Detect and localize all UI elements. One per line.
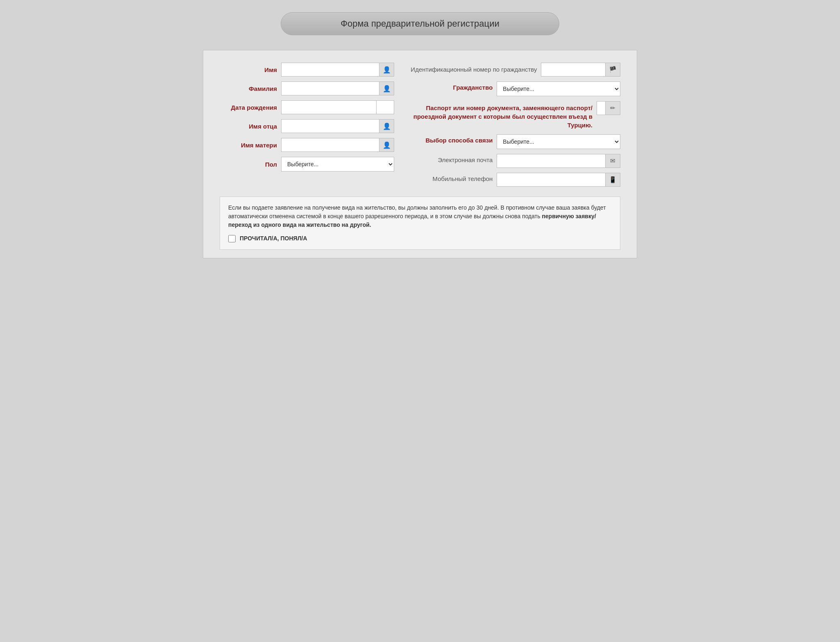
mother-input[interactable] [281, 138, 379, 152]
mother-field-row: Имя матери 👤 [220, 138, 394, 152]
contact-method-label: Выбор способа связи [411, 134, 493, 144]
citizenship-label: Гражданство [411, 81, 493, 91]
phone-input-group: 📱 [497, 173, 620, 187]
right-column: Идентификационный номер по гражданству 🏴… [411, 63, 620, 187]
acknowledge-row: ПРОЧИТАЛ/А, ПОНЯЛ/А [228, 234, 612, 243]
name-input[interactable] [281, 63, 379, 77]
email-input[interactable] [497, 154, 606, 168]
acknowledge-label[interactable]: ПРОЧИТАЛ/А, ПОНЯЛ/А [240, 234, 307, 243]
name-field-row: Имя 👤 [220, 63, 394, 77]
surname-input[interactable] [281, 81, 379, 95]
person-icon-father: 👤 [379, 119, 394, 133]
gender-field-row: Пол Выберите... Мужской Женский [220, 157, 394, 172]
pencil-icon: ✏ [606, 101, 620, 115]
dob-input[interactable] [281, 100, 376, 114]
passport-field-row: Паспорт или номер документа, заменяющего… [411, 101, 620, 129]
surname-label: Фамилия [220, 85, 277, 92]
dob-small-input[interactable] [376, 100, 394, 114]
mother-input-group: 👤 [281, 138, 394, 152]
page-title: Форма предварительной регистрации [281, 12, 559, 35]
person-icon-mother: 👤 [379, 138, 394, 152]
acknowledge-checkbox[interactable] [228, 235, 236, 242]
name-label: Имя [220, 66, 277, 73]
contact-method-input-group: Выберите... [497, 134, 620, 149]
id-number-input-group: 🏴 [541, 63, 620, 77]
surname-input-group: 👤 [281, 81, 394, 95]
contact-method-select[interactable]: Выберите... [497, 134, 620, 149]
passport-input[interactable] [597, 101, 606, 115]
mother-label: Имя матери [220, 142, 277, 149]
dob-input-group [281, 100, 394, 114]
father-field-row: Имя отца 👤 [220, 119, 394, 133]
father-input-group: 👤 [281, 119, 394, 133]
citizenship-input-group: Выберите... [497, 81, 620, 96]
id-number-label: Идентификационный номер по гражданству [411, 63, 537, 74]
notice-text-content: Если вы подаете заявление на получение в… [228, 204, 606, 228]
notice-text: Если вы подаете заявление на получение в… [228, 203, 612, 229]
citizenship-select[interactable]: Выберите... [497, 81, 620, 96]
id-number-field-row: Идентификационный номер по гражданству 🏴 [411, 63, 620, 77]
phone-field-row: Мобильный телефон 📱 [411, 173, 620, 187]
person-icon: 👤 [379, 63, 394, 77]
phone-label: Мобильный телефон [411, 173, 493, 182]
person-icon-surname: 👤 [379, 81, 394, 95]
notice-box: Если вы подаете заявление на получение в… [220, 197, 620, 250]
contact-method-field-row: Выбор способа связи Выберите... [411, 134, 620, 149]
phone-icon: 📱 [606, 173, 620, 187]
passport-input-group: ✏ [597, 101, 620, 115]
citizenship-field-row: Гражданство Выберите... [411, 81, 620, 96]
passport-label: Паспорт или номер документа, заменяющего… [411, 101, 593, 129]
email-label: Электронная почта [411, 154, 493, 163]
email-field-row: Электронная почта ✉ [411, 154, 620, 168]
phone-input[interactable] [497, 173, 606, 187]
left-column: Имя 👤 Фамилия 👤 Дата рождения [220, 63, 394, 187]
dob-field-row: Дата рождения [220, 100, 394, 114]
gender-select[interactable]: Выберите... Мужской Женский [281, 157, 394, 172]
father-input[interactable] [281, 119, 379, 133]
id-number-input[interactable] [541, 63, 606, 77]
gender-label: Пол [220, 161, 277, 168]
father-label: Имя отца [220, 123, 277, 130]
email-icon: ✉ [606, 154, 620, 168]
email-input-group: ✉ [497, 154, 620, 168]
dob-label: Дата рождения [220, 104, 277, 111]
name-input-group: 👤 [281, 63, 394, 77]
flag-icon: 🏴 [606, 63, 620, 77]
registration-form: Имя 👤 Фамилия 👤 Дата рождения [203, 50, 637, 258]
surname-field-row: Фамилия 👤 [220, 81, 394, 95]
